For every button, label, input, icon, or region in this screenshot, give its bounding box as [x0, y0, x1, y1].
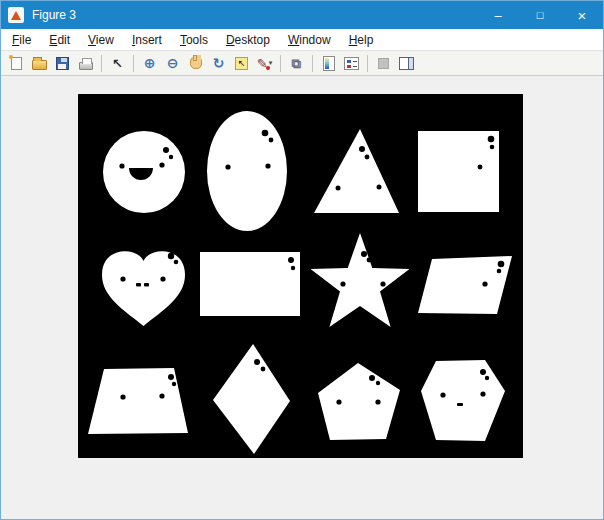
data-cursor-button[interactable]: ↖: [231, 53, 252, 74]
toolbar: ↖⊕⊖↻↖✎▾⧉: [1, 51, 603, 76]
brush-data-button[interactable]: ✎▾: [254, 53, 275, 74]
hide-plot-tools-icon: [378, 58, 389, 69]
window-controls: – □ ×: [477, 1, 603, 29]
matlab-logo-triangle: [11, 11, 21, 20]
show-plot-tools-button[interactable]: [396, 53, 417, 74]
title-bar[interactable]: Figure 3 – □ ×: [1, 1, 603, 29]
square-shape: [418, 131, 499, 212]
figure-window: Figure 3 – □ × FileEditViewInsertToolsDe…: [0, 0, 604, 520]
open-file-button[interactable]: [29, 53, 50, 74]
menu-insert[interactable]: Insert: [123, 30, 171, 50]
link-plot-button[interactable]: ⧉: [286, 53, 307, 74]
parallelogram-dot: [497, 269, 502, 274]
toolbar-separator: [101, 55, 102, 72]
ellipse-dot: [225, 164, 230, 169]
triangle-dot: [365, 155, 370, 160]
toolbar-separator: [367, 55, 368, 72]
star-dot: [380, 281, 385, 286]
square-dot: [478, 165, 483, 170]
pan-button[interactable]: [185, 53, 206, 74]
new-figure-icon: [11, 57, 22, 70]
data-cursor-icon: ↖: [235, 57, 248, 70]
rectangle-dot: [288, 257, 294, 263]
parallelogram-shape: [418, 256, 512, 314]
open-file-icon: [32, 60, 47, 70]
triangle-dot: [377, 185, 382, 190]
trapezoid-dot: [168, 374, 174, 380]
show-plot-tools-icon: [399, 57, 414, 70]
diamond-dot: [254, 359, 260, 365]
parallelogram-dot: [498, 261, 505, 268]
circle-face-dot: [159, 162, 164, 167]
heart-face-dot: [160, 276, 165, 281]
heart-face-dash: [136, 283, 141, 287]
hexagon-face-dot: [485, 376, 489, 380]
toolbar-separator: [312, 55, 313, 72]
heart-face-dot: [120, 276, 125, 281]
hexagon-face-dash: [457, 403, 463, 406]
trapezoid-dot: [159, 393, 164, 398]
link-plot-icon: ⧉: [292, 57, 301, 70]
pentagon-dot: [376, 381, 380, 385]
circle-face-dot: [169, 155, 173, 159]
menu-window[interactable]: Window: [279, 30, 340, 50]
heart-face-dot: [168, 253, 174, 259]
print-figure-button[interactable]: [75, 53, 96, 74]
insert-colorbar-button[interactable]: [318, 53, 339, 74]
trapezoid-dot: [120, 394, 125, 399]
ellipse-dot: [265, 163, 270, 168]
save-figure-icon: [56, 57, 69, 70]
rotate-3d-icon: ↻: [213, 56, 225, 70]
insert-colorbar-icon: [323, 56, 335, 71]
square-dot: [490, 145, 495, 150]
rotate-3d-button[interactable]: ↻: [208, 53, 229, 74]
menu-bar: FileEditViewInsertToolsDesktopWindowHelp: [1, 29, 603, 51]
edit-plot-icon: ↖: [112, 57, 123, 70]
menu-edit[interactable]: Edit: [40, 30, 79, 50]
print-figure-icon: [79, 62, 93, 70]
ellipse-dot: [262, 130, 269, 137]
pentagon-dot: [369, 375, 375, 381]
pentagon-dot: [375, 399, 380, 404]
brush-data-icon: ✎: [257, 57, 268, 70]
zoom-out-icon: ⊖: [167, 56, 179, 70]
circle-face-shape: [103, 131, 185, 213]
hexagon-face-dot: [480, 369, 486, 375]
maximize-button[interactable]: □: [519, 1, 561, 29]
circle-face-dot: [163, 147, 169, 153]
star-dot: [367, 258, 372, 263]
close-button[interactable]: ×: [561, 1, 603, 29]
heart-face-dot: [174, 260, 179, 265]
diamond-dot: [261, 367, 266, 372]
rectangle-shape: [200, 252, 300, 316]
minimize-button[interactable]: –: [477, 1, 519, 29]
star-dot: [340, 281, 345, 286]
heart-face-dash: [144, 283, 149, 287]
pentagon-dot: [336, 399, 341, 404]
menu-help[interactable]: Help: [340, 30, 383, 50]
pan-icon: [190, 57, 202, 69]
toolbar-separator: [133, 55, 134, 72]
zoom-out-button[interactable]: ⊖: [162, 53, 183, 74]
square-dot: [488, 136, 495, 143]
zoom-in-icon: ⊕: [144, 56, 156, 70]
zoom-in-button[interactable]: ⊕: [139, 53, 160, 74]
hide-plot-tools-button[interactable]: [373, 53, 394, 74]
new-figure-button[interactable]: [6, 53, 27, 74]
hexagon-face-dot: [480, 391, 485, 396]
figure-canvas: [1, 76, 603, 519]
edit-plot-button[interactable]: ↖: [107, 53, 128, 74]
save-figure-button[interactable]: [52, 53, 73, 74]
menu-tools[interactable]: Tools: [171, 30, 217, 50]
trapezoid-dot: [172, 382, 176, 386]
menu-view[interactable]: View: [79, 30, 123, 50]
window-title: Figure 3: [32, 8, 477, 22]
triangle-dot: [359, 146, 365, 152]
circle-face-dot: [119, 163, 124, 168]
insert-legend-button[interactable]: [341, 53, 362, 74]
ellipse-shape: [207, 111, 287, 231]
menu-desktop[interactable]: Desktop: [217, 30, 279, 50]
rectangle-dot: [291, 266, 295, 270]
triangle-dot: [336, 186, 341, 191]
menu-file[interactable]: File: [3, 30, 40, 50]
